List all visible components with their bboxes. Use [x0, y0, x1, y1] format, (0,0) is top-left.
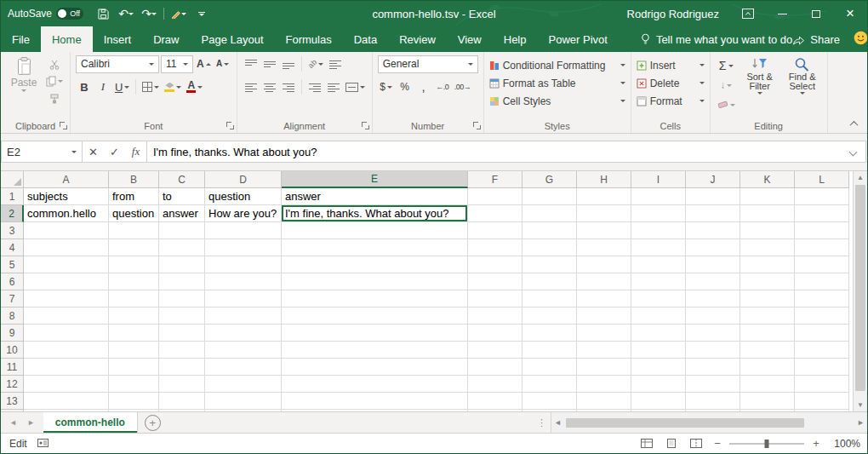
- cell-I8[interactable]: [631, 307, 686, 325]
- cell-B4[interactable]: [109, 239, 159, 256]
- cell-C6[interactable]: [159, 273, 205, 290]
- vertical-scrollbar[interactable]: ▲ ▼: [853, 171, 867, 411]
- cell-D5[interactable]: [205, 256, 282, 273]
- cell-E13[interactable]: [282, 393, 468, 410]
- column-header-C[interactable]: C: [159, 171, 205, 188]
- cell-D4[interactable]: [205, 239, 282, 256]
- format-painter-button[interactable]: [44, 90, 65, 106]
- cell-F6[interactable]: [468, 273, 523, 290]
- row-header-5[interactable]: 5: [1, 256, 24, 273]
- tab-data[interactable]: Data: [343, 26, 388, 52]
- cell-J11[interactable]: [686, 359, 740, 376]
- row-header-1[interactable]: 1: [1, 188, 24, 205]
- page-layout-view-button[interactable]: [662, 436, 681, 451]
- comma-format-button[interactable]: ,: [415, 78, 432, 96]
- cell-L7[interactable]: [795, 290, 849, 307]
- cell-L13[interactable]: [795, 393, 849, 410]
- cell-H6[interactable]: [577, 273, 631, 290]
- align-middle-button[interactable]: [261, 55, 278, 73]
- align-center-button[interactable]: [261, 78, 278, 96]
- minimize-button[interactable]: [765, 1, 799, 26]
- cell-B2[interactable]: question: [109, 205, 159, 222]
- column-header-E[interactable]: E: [282, 171, 468, 188]
- cell-A13[interactable]: [24, 393, 109, 410]
- cell-H10[interactable]: [577, 342, 631, 359]
- cell-L5[interactable]: [795, 256, 849, 273]
- number-format-combo[interactable]: General: [378, 55, 478, 73]
- cell-D9[interactable]: [205, 325, 282, 342]
- bold-button[interactable]: B: [76, 78, 93, 96]
- cell-K9[interactable]: [740, 325, 795, 342]
- column-header-D[interactable]: D: [205, 171, 282, 188]
- cell-E12[interactable]: [282, 376, 468, 393]
- next-sheet-button[interactable]: ►: [27, 418, 35, 427]
- cell-D1[interactable]: question: [205, 188, 282, 205]
- cell-C12[interactable]: [159, 376, 205, 393]
- cell-I2[interactable]: [631, 205, 686, 222]
- cell-E4[interactable]: [282, 239, 468, 256]
- borders-button[interactable]: [140, 78, 161, 96]
- cell-B5[interactable]: [109, 256, 159, 273]
- cell-F7[interactable]: [468, 290, 523, 307]
- cell-I7[interactable]: [631, 290, 686, 307]
- cell-styles-button[interactable]: Cell Styles: [489, 93, 625, 109]
- cell-L12[interactable]: [795, 376, 849, 393]
- font-color-button[interactable]: A: [185, 78, 204, 96]
- tab-insert[interactable]: Insert: [93, 26, 143, 52]
- cell-L9[interactable]: [795, 325, 849, 342]
- row-header-4[interactable]: 4: [1, 239, 24, 256]
- cell-J8[interactable]: [686, 307, 740, 325]
- cell-A2[interactable]: common.hello: [24, 205, 109, 222]
- previous-sheet-button[interactable]: ◄: [9, 418, 17, 427]
- cell-A10[interactable]: [24, 342, 109, 359]
- tab-view[interactable]: View: [447, 26, 493, 52]
- cell-H4[interactable]: [577, 239, 631, 256]
- cell-E6[interactable]: [282, 273, 468, 290]
- zoom-slider[interactable]: [729, 443, 804, 445]
- row-header-9[interactable]: 9: [1, 325, 24, 342]
- cell-F13[interactable]: [468, 393, 523, 410]
- cell-F10[interactable]: [468, 342, 523, 359]
- column-header-A[interactable]: A: [24, 171, 109, 188]
- cell-F3[interactable]: [468, 222, 523, 239]
- font-size-combo[interactable]: 11: [161, 55, 193, 73]
- cell-A11[interactable]: [24, 359, 109, 376]
- cell-G1[interactable]: [523, 188, 577, 205]
- fill-button[interactable]: ↓: [716, 76, 737, 95]
- cell-K4[interactable]: [740, 239, 795, 256]
- cell-B10[interactable]: [109, 342, 159, 359]
- cell-H9[interactable]: [577, 325, 631, 342]
- cell-K10[interactable]: [740, 342, 795, 359]
- row-header-6[interactable]: 6: [1, 273, 24, 290]
- cell-I4[interactable]: [631, 239, 686, 256]
- cell-B11[interactable]: [109, 359, 159, 376]
- cell-H2[interactable]: [577, 205, 631, 222]
- decrease-decimal-button[interactable]: .00→: [453, 78, 473, 96]
- normal-view-button[interactable]: [637, 436, 656, 451]
- horizontal-scroll-track[interactable]: [564, 417, 854, 428]
- cell-J1[interactable]: [686, 188, 740, 205]
- cell-C10[interactable]: [159, 342, 205, 359]
- cell-C13[interactable]: [159, 393, 205, 410]
- zoom-out-button[interactable]: −: [711, 437, 723, 450]
- tab-draw[interactable]: Draw: [142, 26, 190, 52]
- align-left-button[interactable]: [243, 78, 260, 96]
- cell-K8[interactable]: [740, 307, 795, 325]
- redo-button[interactable]: ↷: [139, 3, 159, 24]
- wrap-text-button[interactable]: [327, 55, 344, 73]
- cell-B1[interactable]: from: [109, 188, 159, 205]
- cell-J6[interactable]: [686, 273, 740, 290]
- paste-button[interactable]: Paste: [6, 55, 42, 106]
- scroll-left-icon[interactable]: ◄: [554, 418, 562, 427]
- cell-H13[interactable]: [577, 393, 631, 410]
- column-header-B[interactable]: B: [109, 171, 159, 188]
- row-header-12[interactable]: 12: [1, 376, 24, 393]
- tell-me-box[interactable]: Tell me what you want to do: [641, 26, 792, 52]
- cell-C11[interactable]: [159, 359, 205, 376]
- cell-E3[interactable]: [282, 222, 468, 239]
- cell-A5[interactable]: [24, 256, 109, 273]
- align-bottom-button[interactable]: [280, 55, 297, 73]
- tab-file[interactable]: File: [1, 26, 41, 52]
- column-header-K[interactable]: K: [740, 171, 795, 188]
- format-cells-button[interactable]: Format: [637, 93, 705, 109]
